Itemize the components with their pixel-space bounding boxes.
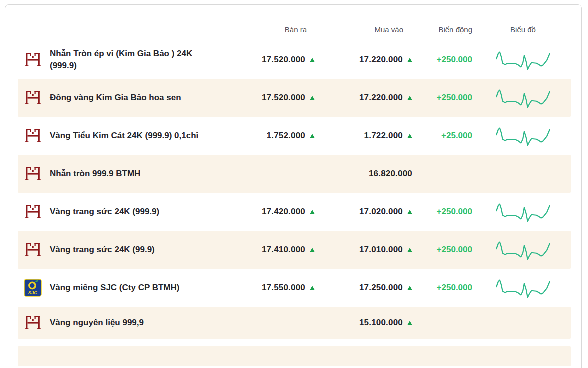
up-arrow-icon: [310, 286, 315, 290]
btmh-brand-logo: [24, 314, 42, 332]
up-arrow-icon: [408, 286, 412, 290]
up-arrow-icon: [408, 58, 412, 62]
product-name: Nhẫn Tròn ép vỉ (Kim Gia Bảo ) 24K (999.…: [50, 48, 215, 72]
gold-price-table-card: Bán ra Mua vào Biến động Biểu đồ Nhẫn Tr…: [5, 4, 582, 368]
column-header-change: Biến động: [416, 25, 476, 34]
up-arrow-icon: [408, 321, 412, 325]
sjc-brand-logo: SJC: [24, 279, 42, 297]
product-cell: Nhẫn tròn 999.9 BTMH: [18, 165, 226, 183]
sell-price-cell: 17.520.000: [226, 93, 318, 103]
product-name: Vàng trang sức 24K (99.9): [50, 244, 155, 256]
product-cell: Nhẫn Tròn ép vỉ (Kim Gia Bảo ) 24K (999.…: [18, 48, 226, 72]
table-row[interactable]: Vàng trang sức 24K (99.9) 17.410.000 17.…: [18, 231, 571, 269]
sell-price-value: 17.410.000: [262, 245, 306, 255]
sparkline-chart: [476, 85, 571, 110]
table-row[interactable]: Vàng nguyên liệu 999,9 15.100.000: [18, 307, 571, 339]
table-row[interactable]: SJC Vàng miếng SJC (Cty CP BTMH) 17.550.…: [18, 269, 571, 307]
column-header-chart: Biểu đồ: [476, 25, 571, 34]
product-name: Nhẫn tròn 999.9 BTMH: [50, 168, 140, 180]
table-row[interactable]: Nhẫn tròn 999.9 BTMH 16.820.000: [18, 155, 571, 193]
buy-price-value: 1.722.000: [364, 131, 403, 141]
product-name: Vàng trang sức 24K (999.9): [50, 206, 160, 218]
table-row[interactable]: Nhẫn Tròn ép vỉ (Kim Gia Bảo ) 24K (999.…: [18, 41, 571, 79]
buy-price-value: 17.010.000: [360, 245, 403, 255]
btmh-brand-logo: [24, 165, 42, 183]
buy-price-value: 17.220.000: [360, 55, 403, 65]
change-value: +250.000: [416, 283, 476, 293]
btmh-brand-logo: [24, 241, 42, 259]
buy-price-value: 15.100.000: [360, 318, 403, 328]
product-cell: Vàng nguyên liệu 999,9: [18, 314, 226, 332]
sell-price-value: 1.752.000: [267, 131, 306, 141]
up-arrow-icon: [310, 210, 315, 214]
change-value: +25.000: [416, 131, 476, 141]
product-name: Đồng vàng Kim Gia Bảo hoa sen: [50, 92, 182, 104]
product-cell: Vàng Tiểu Kim Cát 24K (999.9) 0,1chỉ: [18, 127, 226, 145]
up-arrow-icon: [310, 134, 315, 138]
sparkline-chart: [476, 275, 571, 300]
change-value: +250.000: [416, 207, 476, 217]
buy-price-value: 17.220.000: [360, 93, 403, 103]
table-body: Nhẫn Tròn ép vỉ (Kim Gia Bảo ) 24K (999.…: [18, 41, 571, 339]
buy-price-cell: 17.220.000: [318, 55, 416, 65]
next-row-partial: [18, 346, 571, 366]
sell-price-value: 17.520.000: [262, 93, 306, 103]
btmh-brand-logo: [24, 203, 42, 221]
column-header-sell: Bán ra: [226, 25, 318, 34]
sell-price-cell: 1.752.000: [226, 131, 318, 141]
table-row[interactable]: Đồng vàng Kim Gia Bảo hoa sen 17.520.000…: [18, 79, 571, 117]
table-row[interactable]: Vàng Tiểu Kim Cát 24K (999.9) 0,1chỉ 1.7…: [18, 117, 571, 155]
table-header-row: Bán ra Mua vào Biến động Biểu đồ: [18, 12, 571, 41]
btmh-brand-logo: [24, 51, 42, 69]
product-name: Vàng miếng SJC (Cty CP BTMH): [50, 282, 180, 294]
column-header-buy: Mua vào: [318, 25, 416, 34]
change-value: +250.000: [416, 245, 476, 255]
sell-price-cell: 17.410.000: [226, 245, 318, 255]
sparkline-chart: [476, 47, 571, 72]
up-arrow-icon: [408, 210, 412, 214]
buy-price-cell: 1.722.000: [318, 131, 416, 141]
product-cell: Vàng trang sức 24K (999.9): [18, 203, 226, 221]
sell-price-value: 17.520.000: [262, 55, 306, 65]
buy-price-cell: 17.010.000: [318, 245, 416, 255]
product-cell: Đồng vàng Kim Gia Bảo hoa sen: [18, 89, 226, 107]
sparkline-chart: [476, 237, 571, 262]
sell-price-value: 17.420.000: [262, 207, 306, 217]
buy-price-cell: 17.220.000: [318, 93, 416, 103]
sell-price-cell: 17.550.000: [226, 283, 318, 293]
svg-text:SJC: SJC: [28, 290, 38, 295]
buy-price-cell: 17.020.000: [318, 207, 416, 217]
product-cell: Vàng trang sức 24K (99.9): [18, 241, 226, 259]
up-arrow-icon: [408, 134, 412, 138]
sparkline-chart: [476, 199, 571, 224]
buy-price-value: 16.820.000: [369, 169, 412, 179]
sell-price-cell: 17.420.000: [226, 207, 318, 217]
change-value: +250.000: [416, 55, 476, 65]
up-arrow-icon: [310, 58, 315, 62]
sell-price-value: 17.550.000: [262, 283, 306, 293]
up-arrow-icon: [310, 248, 315, 252]
sell-price-cell: 17.520.000: [226, 55, 318, 65]
up-arrow-icon: [408, 96, 412, 100]
buy-price-value: 17.020.000: [360, 207, 403, 217]
buy-price-value: 17.250.000: [360, 283, 403, 293]
btmh-brand-logo: [24, 127, 42, 145]
buy-price-cell: 16.820.000: [318, 169, 416, 179]
up-arrow-icon: [408, 248, 412, 252]
product-name: Vàng Tiểu Kim Cát 24K (999.9) 0,1chỉ: [50, 130, 198, 142]
up-arrow-icon: [310, 96, 315, 100]
product-cell: SJC Vàng miếng SJC (Cty CP BTMH): [18, 279, 226, 297]
btmh-brand-logo: [24, 89, 42, 107]
table-row[interactable]: Vàng trang sức 24K (999.9) 17.420.000 17…: [18, 193, 571, 231]
change-value: +250.000: [416, 93, 476, 103]
product-name: Vàng nguyên liệu 999,9: [50, 317, 144, 329]
buy-price-cell: 15.100.000: [318, 318, 416, 328]
buy-price-cell: 17.250.000: [318, 283, 416, 293]
sparkline-chart: [476, 123, 571, 148]
